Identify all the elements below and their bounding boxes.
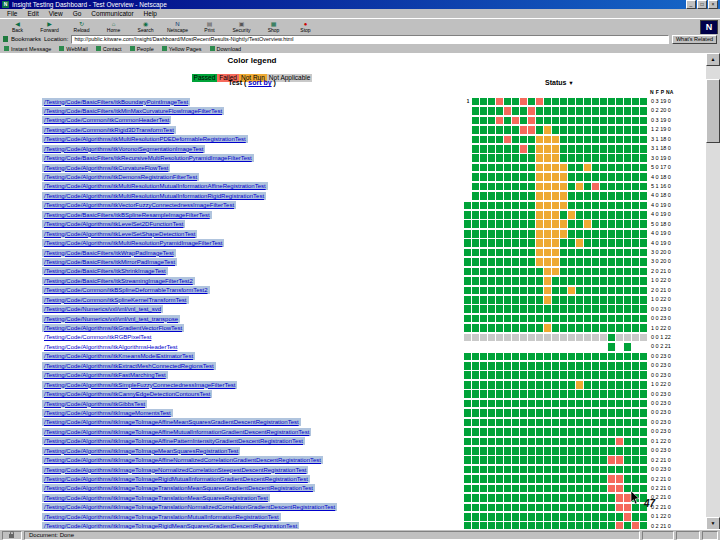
status-cell[interactable] xyxy=(504,381,511,389)
status-cell[interactable] xyxy=(480,381,487,389)
status-cell[interactable] xyxy=(544,173,551,181)
status-cell[interactable] xyxy=(600,220,607,228)
status-cell[interactable] xyxy=(560,136,567,144)
status-cell[interactable] xyxy=(584,381,591,389)
status-cell[interactable] xyxy=(600,447,607,455)
status-cell[interactable] xyxy=(552,381,559,389)
status-cell[interactable] xyxy=(640,466,647,474)
status-cell[interactable] xyxy=(584,466,591,474)
test-link[interactable]: /Testing/Code/Algorithms/itkVectorFuzzyC… xyxy=(42,201,236,209)
status-cell[interactable] xyxy=(544,400,551,408)
status-cell[interactable] xyxy=(544,258,551,266)
status-cell[interactable] xyxy=(488,211,495,219)
status-cell[interactable] xyxy=(568,390,575,398)
status-cell[interactable] xyxy=(560,447,567,455)
status-cell[interactable] xyxy=(584,173,591,181)
status-cell[interactable] xyxy=(632,466,639,474)
status-cell[interactable] xyxy=(536,334,543,342)
status-cell[interactable] xyxy=(464,475,471,483)
status-cell[interactable] xyxy=(528,258,535,266)
status-cell[interactable] xyxy=(560,268,567,276)
status-cell[interactable] xyxy=(504,390,511,398)
status-cell[interactable] xyxy=(552,390,559,398)
status-cell[interactable] xyxy=(624,192,631,200)
status-cell[interactable] xyxy=(536,315,543,323)
status-cell[interactable] xyxy=(464,371,471,379)
status-cell[interactable] xyxy=(512,98,519,106)
status-cell[interactable] xyxy=(472,428,479,436)
status-cell[interactable] xyxy=(584,211,591,219)
test-link[interactable]: /Testing/Code/Algorithms/itkCannyEdgeDet… xyxy=(42,390,212,398)
status-cell[interactable] xyxy=(616,400,623,408)
status-cell[interactable] xyxy=(616,371,623,379)
status-cell[interactable] xyxy=(632,230,639,238)
url-input[interactable]: http://public.kitware.com/Insight/Dashbo… xyxy=(71,35,669,44)
status-cell[interactable] xyxy=(488,268,495,276)
status-cell[interactable] xyxy=(472,315,479,323)
status-cell[interactable] xyxy=(640,268,647,276)
status-cell[interactable] xyxy=(624,249,631,257)
status-cell[interactable] xyxy=(496,211,503,219)
status-cell[interactable] xyxy=(480,305,487,313)
status-cell[interactable] xyxy=(520,258,527,266)
status-cell[interactable] xyxy=(504,456,511,464)
status-cell[interactable] xyxy=(544,98,551,106)
status-cell[interactable] xyxy=(480,154,487,162)
shop-button[interactable]: ▦Shop xyxy=(258,21,289,34)
status-cell[interactable] xyxy=(536,447,543,455)
status-cell[interactable] xyxy=(544,390,551,398)
status-cell[interactable] xyxy=(528,211,535,219)
status-cell[interactable] xyxy=(552,305,559,313)
status-cell[interactable] xyxy=(576,504,583,512)
status-cell[interactable] xyxy=(496,296,503,304)
status-cell[interactable] xyxy=(464,249,471,257)
status-cell[interactable] xyxy=(608,494,615,502)
status-cell[interactable] xyxy=(496,154,503,162)
status-cell[interactable] xyxy=(608,145,615,153)
status-cell[interactable] xyxy=(592,456,599,464)
status-cell[interactable] xyxy=(480,343,487,351)
status-cell[interactable] xyxy=(480,390,487,398)
status-cell[interactable] xyxy=(560,164,567,172)
status-cell[interactable] xyxy=(616,277,623,285)
status-cell[interactable] xyxy=(632,117,639,125)
status-cell[interactable] xyxy=(640,456,647,464)
status-cell[interactable] xyxy=(616,220,623,228)
status-cell[interactable] xyxy=(552,447,559,455)
status-cell[interactable] xyxy=(472,220,479,228)
status-cell[interactable] xyxy=(464,447,471,455)
status-cell[interactable] xyxy=(624,287,631,295)
status-cell[interactable] xyxy=(640,249,647,257)
status-cell[interactable] xyxy=(488,334,495,342)
status-cell[interactable] xyxy=(592,409,599,417)
status-cell[interactable] xyxy=(584,107,591,115)
status-cell[interactable] xyxy=(576,192,583,200)
test-link[interactable]: /Testing/Code/Algorithms/itkAlgorithmsHe… xyxy=(42,343,179,351)
status-cell[interactable] xyxy=(512,343,519,351)
status-cell[interactable] xyxy=(472,362,479,370)
status-cell[interactable] xyxy=(640,353,647,361)
status-cell[interactable] xyxy=(568,343,575,351)
status-cell[interactable] xyxy=(584,183,591,191)
status-cell[interactable] xyxy=(568,183,575,191)
status-cell[interactable] xyxy=(568,220,575,228)
status-cell[interactable] xyxy=(552,419,559,427)
status-cell[interactable] xyxy=(560,239,567,247)
status-cell[interactable] xyxy=(592,305,599,313)
status-cell[interactable] xyxy=(624,220,631,228)
status-cell[interactable] xyxy=(560,466,567,474)
status-cell[interactable] xyxy=(544,183,551,191)
status-cell[interactable] xyxy=(544,220,551,228)
status-cell[interactable] xyxy=(480,334,487,342)
menu-go[interactable]: Go xyxy=(68,10,87,18)
status-cell[interactable] xyxy=(536,466,543,474)
status-cell[interactable] xyxy=(520,390,527,398)
status-cell[interactable] xyxy=(480,145,487,153)
status-cell[interactable] xyxy=(624,154,631,162)
status-cell[interactable] xyxy=(464,107,471,115)
status-cell[interactable] xyxy=(536,287,543,295)
status-cell[interactable] xyxy=(464,173,471,181)
status-cell[interactable] xyxy=(576,513,583,521)
status-cell[interactable] xyxy=(640,202,647,210)
status-cell[interactable] xyxy=(488,447,495,455)
